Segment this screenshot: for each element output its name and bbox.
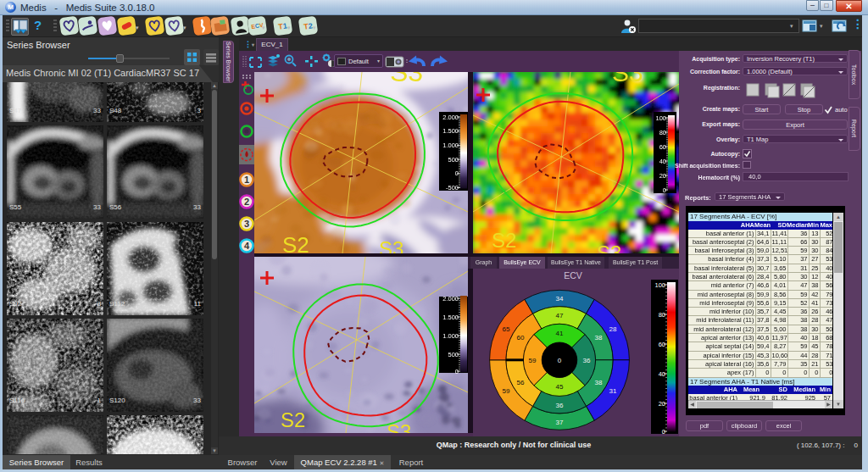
svg-text:1.000: 1.000 [442, 332, 459, 340]
svg-text:1: 1 [97, 397, 102, 404]
svg-text:2: 2 [244, 197, 249, 207]
svg-text:S2: S2 [281, 408, 305, 431]
svg-text:45: 45 [556, 383, 564, 391]
svg-text:33: 33 [93, 203, 101, 211]
svg-text:0: 0 [558, 357, 562, 364]
svg-text:S56: S56 [109, 203, 122, 211]
svg-text:65: 65 [503, 325, 510, 333]
svg-text:37: 37 [556, 419, 564, 426]
svg-text:S3: S3 [612, 72, 643, 86]
svg-text:38: 38 [595, 379, 603, 386]
svg-text:36: 36 [556, 402, 564, 409]
svg-text:S116: S116 [9, 397, 25, 404]
svg-text:11: 11 [194, 300, 202, 308]
svg-text:1: 1 [244, 175, 249, 185]
svg-text:1.000: 1.000 [442, 142, 459, 149]
svg-text:-500: -500 [446, 184, 459, 192]
svg-text:S3: S3 [597, 242, 621, 253]
svg-text:1.500: 1.500 [442, 314, 459, 321]
svg-text:S3: S3 [387, 420, 411, 433]
svg-text:59: 59 [529, 357, 537, 364]
svg-text:2.000: 2.000 [442, 114, 459, 121]
svg-text:2.000: 2.000 [442, 295, 459, 303]
svg-text:S55: S55 [9, 203, 22, 211]
svg-text:36: 36 [583, 357, 591, 364]
svg-text:S48: S48 [109, 107, 122, 114]
svg-text:S112: S112 [109, 300, 125, 308]
svg-text:ECV: ECV [564, 270, 582, 280]
svg-text:S92: S92 [9, 300, 22, 308]
svg-text:38: 38 [595, 334, 603, 342]
svg-text:S2: S2 [492, 229, 516, 252]
svg-text:47: 47 [556, 312, 564, 319]
svg-text:59: 59 [503, 387, 510, 395]
svg-text:41: 41 [556, 330, 564, 337]
svg-text:3: 3 [244, 219, 249, 229]
svg-text:S120: S120 [109, 397, 125, 404]
svg-text:33: 33 [193, 203, 201, 211]
svg-text:33: 33 [93, 107, 101, 114]
svg-text:56: 56 [517, 379, 525, 386]
svg-text:60: 60 [517, 334, 525, 342]
svg-text:28: 28 [609, 325, 617, 333]
svg-text:S2: S2 [282, 232, 309, 253]
svg-text:8: 8 [97, 300, 102, 308]
svg-text:S3: S3 [379, 237, 403, 253]
svg-text:1.500: 1.500 [442, 127, 459, 135]
svg-text:S3: S3 [390, 72, 423, 87]
svg-text:3: 3 [198, 107, 202, 114]
svg-text:S47: S47 [9, 107, 22, 114]
svg-text:4: 4 [244, 241, 250, 251]
svg-text:33: 33 [193, 397, 201, 404]
svg-text:31: 31 [609, 387, 617, 395]
svg-text:34: 34 [556, 295, 564, 303]
